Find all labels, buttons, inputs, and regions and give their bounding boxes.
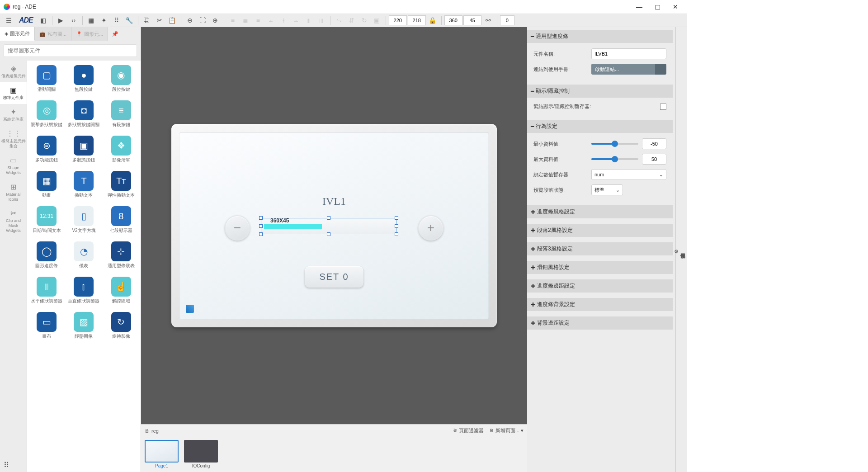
widget-item[interactable]: ▭畫布 xyxy=(29,312,64,339)
bind-show-checkbox[interactable] xyxy=(660,104,666,110)
lock-position-button[interactable]: 🔒 xyxy=(427,15,439,26)
copy-button[interactable]: ⿻ xyxy=(141,15,153,26)
section-seg2-style[interactable]: ✚段落2風格設定 xyxy=(527,224,673,237)
resize-handle-ne[interactable] xyxy=(395,216,398,220)
widget-item[interactable]: ▨靜態圖像 xyxy=(66,312,101,339)
section-progress-margin[interactable]: ✚進度條邊距設定 xyxy=(527,279,673,293)
widget-item[interactable]: ⫿垂直條狀調節器 xyxy=(66,277,101,304)
resize-handle-s[interactable] xyxy=(327,232,330,236)
minimize-button[interactable]: — xyxy=(635,3,644,10)
flip-v-button[interactable]: ⇵ xyxy=(346,15,358,26)
category-dash[interactable]: ◈儀表繪製元件 xyxy=(0,61,27,82)
puzzle-button[interactable]: ✦ xyxy=(98,15,110,26)
widget-item[interactable]: T捲動文本 xyxy=(66,171,101,198)
rotate-button[interactable]: ↻ xyxy=(359,15,370,26)
page-thumb[interactable]: IOConfig xyxy=(184,440,218,468)
widget-item[interactable]: ⊹通用型條狀表 xyxy=(104,241,139,269)
widget-item[interactable]: ▦動畫 xyxy=(29,171,64,198)
zoom-fit-button[interactable]: ⛶ xyxy=(197,15,208,26)
section-behavior[interactable]: ━行為設定 xyxy=(527,120,673,133)
device-screen[interactable]: IVL1 − + 360X45 SET xyxy=(179,132,489,319)
resize-handle-se[interactable] xyxy=(395,232,398,236)
section-progress-style[interactable]: ✚進度條風格設定 xyxy=(527,205,673,218)
widget-item[interactable]: ◎眼擊多狀態按鍵 xyxy=(29,100,64,127)
widget-item[interactable]: ❖影像清單 xyxy=(104,136,139,163)
widget-item[interactable]: ▢滑動開關 xyxy=(29,65,64,92)
min-slider[interactable] xyxy=(591,143,638,145)
widget-item[interactable]: ◔儀表 xyxy=(66,241,101,269)
right-panel-tab[interactable]: 圖形元件屬性 ⚙ xyxy=(675,27,687,472)
maximize-button[interactable]: ▢ xyxy=(653,3,662,10)
widget-item[interactable]: ☝觸控區域 xyxy=(104,277,139,304)
pin-panel-button[interactable]: 📌 xyxy=(108,27,122,41)
wrench-button[interactable]: 🔧 xyxy=(123,15,135,26)
close-button[interactable]: ✕ xyxy=(671,3,680,10)
resize-handle-sw[interactable] xyxy=(259,232,263,236)
section-progress-bg[interactable]: ✚進度條背景設定 xyxy=(527,298,673,311)
apps-grid-icon[interactable]: ⠿ xyxy=(4,461,9,469)
flip-h-button[interactable]: ⇋ xyxy=(333,15,345,26)
toggle-left-panel-button[interactable]: ◧ xyxy=(38,15,49,26)
widget-item[interactable]: ◉段位按鍵 xyxy=(104,65,139,92)
resize-handle-e[interactable] xyxy=(395,224,398,228)
resize-handle-n[interactable] xyxy=(327,216,330,220)
align-top-button[interactable]: ⫠ xyxy=(265,15,277,26)
category-std[interactable]: ▣標準元件庫 xyxy=(0,82,27,104)
section-visibility[interactable]: ━顯示/隱藏控制 xyxy=(527,85,673,98)
rotation-input[interactable] xyxy=(500,15,514,25)
resize-handle-nw[interactable] xyxy=(259,216,263,220)
section-bg-margin[interactable]: ✚背景邊距設定 xyxy=(527,316,673,330)
tab-location[interactable]: 📍 圖形元... xyxy=(71,27,108,41)
search-input[interactable] xyxy=(4,44,137,57)
align-right-button[interactable]: ≡ xyxy=(252,15,264,26)
canvas-viewport[interactable]: IVL1 − + 360X45 SET xyxy=(141,27,527,424)
add-page-button[interactable]: 🗎 新增頁面... ▾ xyxy=(489,427,524,434)
cut-button[interactable]: ✂ xyxy=(154,15,165,26)
max-slider[interactable] xyxy=(591,158,638,160)
section-thumb-style[interactable]: ✚滑鈕風格設定 xyxy=(527,261,673,274)
dist-h-button[interactable]: ⫼ xyxy=(303,15,315,26)
category-mat[interactable]: ⊞Material Icons xyxy=(0,179,27,206)
widget-item[interactable]: Tт彈性捲動文本 xyxy=(104,171,139,198)
align-middle-button[interactable]: ⫲ xyxy=(278,15,289,26)
zoom-in-button[interactable]: ⊕ xyxy=(209,15,221,26)
widget-item[interactable]: 8七段顯示器 xyxy=(104,206,139,233)
reg-select[interactable]: num⌄ xyxy=(591,169,666,180)
widget-item[interactable]: 12:31日期/時間文本 xyxy=(29,206,64,233)
tab-private[interactable]: 💼 私有圖... xyxy=(35,27,71,41)
apps-button[interactable]: ⠿ xyxy=(111,15,123,26)
resize-handle-w[interactable] xyxy=(259,224,263,228)
widget-item[interactable]: ⊜多功能按鈕 xyxy=(29,136,64,163)
category-shape[interactable]: ▭Shape Widgets xyxy=(0,152,27,179)
run-button[interactable]: ▶ xyxy=(55,15,67,26)
code-button[interactable]: ‹› xyxy=(68,15,80,26)
page-filter-button[interactable]: ⚞ 頁面過濾器 xyxy=(453,427,484,434)
zoom-out-button[interactable]: ⊖ xyxy=(184,15,196,26)
widget-item[interactable]: ⫴水平條狀調節器 xyxy=(29,277,64,304)
category-min[interactable]: ⋮⋮極簡主義元件集合 xyxy=(0,126,27,152)
paste-button[interactable]: 📋 xyxy=(166,15,178,26)
section-general[interactable]: ━通用型進度條 xyxy=(527,30,673,43)
widget-item[interactable]: ▯V2文字方塊 xyxy=(66,206,101,233)
widget-item[interactable]: ≡有段按鈕 xyxy=(104,100,139,127)
align-bottom-button[interactable]: ⫠ xyxy=(290,15,302,26)
preview-select[interactable]: 標準⌄ xyxy=(591,184,623,195)
align-center-button[interactable]: ≣ xyxy=(240,15,251,26)
link-size-button[interactable]: ⚯ xyxy=(482,15,494,26)
section-seg3-style[interactable]: ✚段落3風格設定 xyxy=(527,242,673,255)
page-thumb[interactable]: Page1 xyxy=(145,440,179,468)
menu-button[interactable]: ☰ xyxy=(3,15,14,26)
min-input[interactable] xyxy=(642,138,666,149)
size-w-input[interactable] xyxy=(444,15,462,25)
widget-item[interactable]: ◯圓形進度條 xyxy=(29,241,64,269)
align-left-button[interactable]: ≡ xyxy=(227,15,239,26)
widget-item[interactable]: ●無段按鍵 xyxy=(66,65,101,92)
dist-v-button[interactable]: ⫼ xyxy=(316,15,327,26)
category-clip[interactable]: ✂Clip and Mask Widgets xyxy=(0,205,27,237)
widget-item[interactable]: ▣多狀態按鈕 xyxy=(66,136,101,163)
pos-y-input[interactable] xyxy=(408,15,426,25)
selected-progress-bar[interactable]: 360X45 xyxy=(261,218,396,234)
max-input[interactable] xyxy=(642,154,666,165)
widget-item[interactable]: ↻旋轉影像 xyxy=(104,312,139,339)
tab-components[interactable]: ◈ 圖形元件 xyxy=(0,27,35,41)
